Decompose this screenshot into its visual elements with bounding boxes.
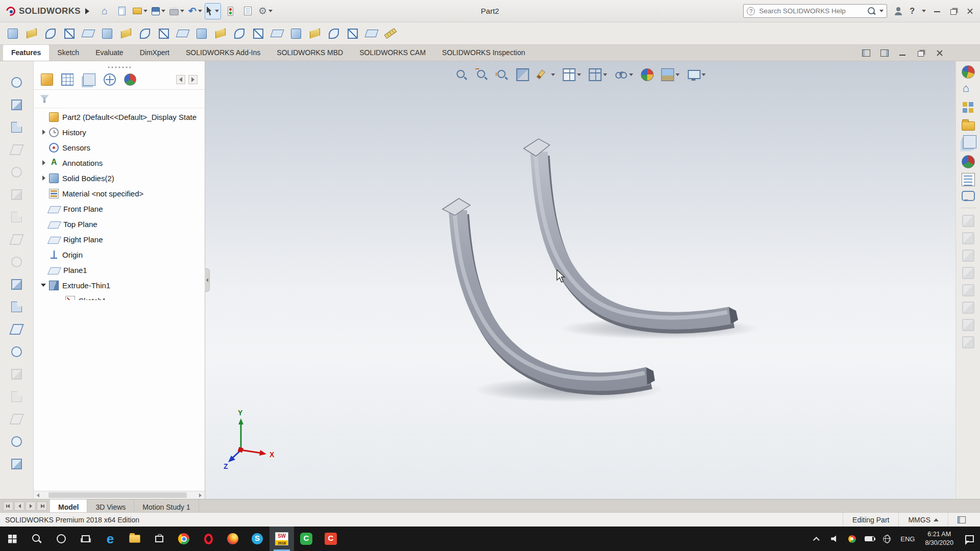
feature-manager-tab[interactable] xyxy=(124,73,136,86)
taskbar-app-button[interactable] xyxy=(74,527,98,551)
toolbar-tool-button[interactable] xyxy=(193,24,210,43)
scroll-right-icon[interactable] xyxy=(196,491,205,499)
view-tool-button[interactable] xyxy=(561,66,583,83)
tab-nav-button[interactable] xyxy=(37,502,47,511)
tree-horizontal-scrollbar[interactable] xyxy=(34,491,205,499)
tray-icon[interactable] xyxy=(878,527,895,551)
titlebar-tool-button[interactable] xyxy=(150,3,167,19)
taskbar-app-button[interactable] xyxy=(122,527,147,551)
filter-funnel-icon[interactable] xyxy=(40,95,49,103)
toolbar-tool-button[interactable] xyxy=(250,24,267,43)
toolbar-tool-button[interactable] xyxy=(306,24,324,43)
panel-grip[interactable] xyxy=(108,65,131,69)
taskbar-app-button[interactable] xyxy=(270,527,294,551)
task-pane-tab[interactable] xyxy=(962,65,975,79)
ribbon-tab[interactable]: SOLIDWORKS CAM xyxy=(351,45,434,61)
titlebar-tool-button[interactable] xyxy=(222,3,238,19)
view-tool-button[interactable] xyxy=(639,66,656,83)
side-tool-button[interactable] xyxy=(10,367,23,381)
dropdown-arrow-icon[interactable] xyxy=(676,73,680,76)
side-tool-button[interactable] xyxy=(10,278,23,291)
side-tool-button[interactable] xyxy=(10,255,23,269)
menu-expand-arrow-icon[interactable] xyxy=(85,8,89,14)
dropdown-arrow-icon[interactable] xyxy=(143,10,148,12)
side-tool-button[interactable] xyxy=(10,165,23,179)
side-tool-button[interactable] xyxy=(10,300,23,314)
tree-item[interactable]: Origin xyxy=(34,247,205,262)
ribbon-tab[interactable]: SOLIDWORKS Add-Ins xyxy=(178,45,268,61)
view-tool-button[interactable] xyxy=(613,66,635,83)
task-pane-tab[interactable] xyxy=(963,135,976,148)
titlebar-tool-button[interactable] xyxy=(131,3,149,19)
graphics-area[interactable]: Y X Z xyxy=(205,61,955,499)
titlebar-tool-button[interactable] xyxy=(257,3,274,19)
scroll-tabs-left-icon[interactable] xyxy=(176,75,185,84)
scroll-left-icon[interactable] xyxy=(34,491,42,499)
tree-item[interactable]: Material <not specified> xyxy=(34,186,205,201)
tree-item[interactable]: Solid Bodies(2) xyxy=(34,170,205,186)
side-tool-button[interactable] xyxy=(10,435,23,448)
ribbon-tab[interactable]: DimXpert xyxy=(132,45,178,61)
toolbar-tool-button[interactable] xyxy=(174,24,191,43)
view-tool-button[interactable] xyxy=(685,66,708,83)
tree-item[interactable]: Extrude-Thin1 xyxy=(34,278,205,293)
taskbar-app-button[interactable] xyxy=(24,527,49,551)
side-tool-button[interactable] xyxy=(10,143,23,157)
view-tab[interactable]: Model xyxy=(50,499,87,512)
view-tool-button[interactable] xyxy=(659,66,682,83)
window-close-button[interactable] xyxy=(966,7,975,16)
tab-nav-button[interactable] xyxy=(26,502,36,511)
task-pane-tab[interactable] xyxy=(962,101,975,114)
hidden-pane-tool-icon[interactable] xyxy=(962,215,974,227)
view-tool-button[interactable] xyxy=(453,66,470,83)
side-tool-button[interactable] xyxy=(10,98,23,112)
dropdown-arrow-icon[interactable] xyxy=(215,10,219,12)
tree-item[interactable]: Right Plane xyxy=(34,232,205,247)
task-pane-tab[interactable] xyxy=(962,173,975,186)
toolbar-tool-button[interactable] xyxy=(61,24,78,43)
dropdown-arrow-icon[interactable] xyxy=(577,73,581,76)
side-tool-button[interactable] xyxy=(10,322,23,336)
toolbar-tool-button[interactable] xyxy=(155,24,173,43)
toolbar-tool-button[interactable] xyxy=(325,24,342,43)
scrollbar-thumb[interactable] xyxy=(48,492,187,498)
task-pane-tab[interactable] xyxy=(962,191,975,201)
task-pane-tab[interactable] xyxy=(962,121,975,131)
clock[interactable]: 6:21 AM 8/30/2020 xyxy=(920,530,959,547)
dropdown-arrow-icon[interactable] xyxy=(702,73,706,76)
titlebar-tool-button[interactable] xyxy=(187,3,204,19)
expand-arrow-icon[interactable] xyxy=(40,143,48,152)
dropdown-arrow-icon[interactable] xyxy=(180,10,184,12)
side-tool-button[interactable] xyxy=(10,188,23,202)
titlebar-tool-button[interactable] xyxy=(205,3,221,19)
toolbar-tool-button[interactable] xyxy=(344,24,361,43)
ribbon-tab[interactable]: Features xyxy=(3,45,49,61)
taskbar-app-button[interactable] xyxy=(294,527,318,551)
dropdown-arrow-icon[interactable] xyxy=(603,73,607,76)
dropdown-arrow-icon[interactable] xyxy=(161,10,165,12)
tree-item[interactable]: Sensors xyxy=(34,140,205,155)
side-tool-button[interactable] xyxy=(10,233,23,246)
tree-item[interactable]: Annotations xyxy=(34,155,205,170)
tree-item[interactable]: Sketch1 xyxy=(34,293,205,300)
status-pane-toggle[interactable] xyxy=(948,513,975,527)
side-tool-button[interactable] xyxy=(10,390,23,404)
action-center-button[interactable] xyxy=(959,535,980,542)
tree-item[interactable]: Plane1 xyxy=(34,262,205,278)
language-indicator[interactable]: ENG xyxy=(895,535,920,543)
dropdown-arrow-icon[interactable] xyxy=(629,73,633,76)
taskbar-app-button[interactable] xyxy=(220,527,245,551)
taskbar-app-button[interactable] xyxy=(98,527,122,551)
toolbar-tool-button[interactable] xyxy=(212,24,229,43)
task-pane-tab[interactable] xyxy=(962,155,975,168)
view-tab[interactable]: Motion Study 1 xyxy=(134,499,199,512)
hidden-pane-tool-icon[interactable] xyxy=(962,336,974,348)
view-tool-button[interactable] xyxy=(474,66,491,83)
expand-arrow-icon[interactable] xyxy=(40,189,48,197)
ribbon-tab[interactable]: SOLIDWORKS MBD xyxy=(268,45,351,61)
task-pane-tab[interactable] xyxy=(962,83,975,96)
view-tool-button[interactable] xyxy=(535,66,557,83)
hidden-pane-tool-icon[interactable] xyxy=(962,249,974,262)
ribbon-tab[interactable]: SOLIDWORKS Inspection xyxy=(434,45,533,61)
feature-manager-tab[interactable] xyxy=(104,73,116,86)
